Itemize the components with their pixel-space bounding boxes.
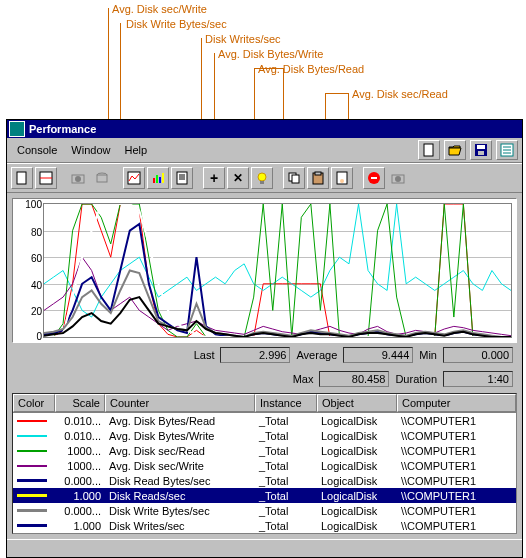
bulb-icon <box>255 171 269 185</box>
svg-rect-18 <box>159 177 161 183</box>
update-data-button[interactable] <box>387 167 409 189</box>
properties-button[interactable] <box>331 167 353 189</box>
menubar: Console Window Help <box>7 138 522 163</box>
header-counter[interactable]: Counter <box>105 394 255 412</box>
row-object: LogicalDisk <box>317 520 397 532</box>
view-report-button[interactable] <box>171 167 193 189</box>
page-icon <box>15 171 29 185</box>
highlight-button[interactable] <box>251 167 273 189</box>
series-avg-disk-sec-read <box>44 204 511 337</box>
view-chart-button[interactable] <box>123 167 145 189</box>
menu-console[interactable]: Console <box>11 142 63 158</box>
header-object[interactable]: Object <box>317 394 397 412</box>
svg-rect-8 <box>17 172 26 184</box>
series-avg-disk-bytes-read <box>44 204 511 337</box>
table-row[interactable]: 1.000Disk Writes/sec_TotalLogicalDisk\\C… <box>13 518 516 533</box>
svg-rect-29 <box>315 172 321 175</box>
row-computer: \\COMPUTER1 <box>397 505 516 517</box>
new-counter-set-button[interactable] <box>11 167 33 189</box>
average-label: Average <box>296 349 337 361</box>
view-histogram-button[interactable] <box>147 167 169 189</box>
row-scale: 1000... <box>55 460 105 472</box>
chart-icon <box>127 171 141 185</box>
last-value: 2.996 <box>220 347 290 363</box>
callout-avg-disk-sec-write: Avg. Disk sec/Write <box>112 3 207 15</box>
svg-rect-25 <box>260 181 264 184</box>
table-row[interactable]: 0.010...Avg. Disk Bytes/Write_TotalLogic… <box>13 428 516 443</box>
row-color-swatch <box>13 494 55 497</box>
table-header: Color Scale Counter Instance Object Comp… <box>13 394 516 413</box>
svg-point-35 <box>395 176 401 182</box>
window-title: Performance <box>29 123 520 135</box>
y-tick-100: 100 <box>25 199 42 210</box>
row-scale: 1000... <box>55 445 105 457</box>
open-button[interactable] <box>444 140 466 160</box>
svg-rect-19 <box>162 173 164 183</box>
row-scale: 0.000... <box>55 475 105 487</box>
table-row[interactable]: 0.010...Avg. Disk Bytes/Read_TotalLogica… <box>13 413 516 428</box>
row-instance: _Total <box>255 475 317 487</box>
graph-area: 100 80 60 40 20 0 <box>12 198 517 343</box>
header-scale[interactable]: Scale <box>55 394 105 412</box>
paste-icon <box>311 171 325 185</box>
svg-point-12 <box>75 176 81 182</box>
header-instance[interactable]: Instance <box>255 394 317 412</box>
delete-counter-button[interactable]: ✕ <box>227 167 249 189</box>
paste-counter-button[interactable] <box>307 167 329 189</box>
row-color-swatch <box>13 479 55 482</box>
y-tick-80: 80 <box>31 227 42 238</box>
row-computer: \\COMPUTER1 <box>397 460 516 472</box>
row-object: LogicalDisk <box>317 490 397 502</box>
floppy-icon <box>474 143 488 157</box>
freeze-display-button[interactable] <box>363 167 385 189</box>
table-row[interactable]: 1.000Disk Reads/sec_TotalLogicalDisk\\CO… <box>13 488 516 503</box>
duration-value: 1:40 <box>443 371 513 387</box>
header-computer[interactable]: Computer <box>397 394 516 412</box>
copy-props-button[interactable] <box>283 167 305 189</box>
row-computer: \\COMPUTER1 <box>397 475 516 487</box>
new-button[interactable] <box>418 140 440 160</box>
row-scale: 0.010... <box>55 430 105 442</box>
row-scale: 0.000... <box>55 505 105 517</box>
row-counter: Disk Read Bytes/sec <box>105 475 255 487</box>
row-object: LogicalDisk <box>317 505 397 517</box>
clear-icon <box>39 171 53 185</box>
camera-icon <box>71 171 85 185</box>
row-color-swatch <box>13 465 55 467</box>
view-log-button[interactable] <box>91 167 113 189</box>
svg-rect-14 <box>97 175 107 182</box>
table-row[interactable]: 1000...Avg. Disk sec/Read_TotalLogicalDi… <box>13 443 516 458</box>
row-instance: _Total <box>255 490 317 502</box>
menubar-props-button[interactable] <box>496 140 518 160</box>
row-computer: \\COMPUTER1 <box>397 520 516 532</box>
callout-line <box>325 93 349 94</box>
row-computer: \\COMPUTER1 <box>397 415 516 427</box>
svg-rect-3 <box>478 151 484 155</box>
menu-window[interactable]: Window <box>65 142 116 158</box>
svg-rect-27 <box>292 175 299 183</box>
max-label: Max <box>293 373 314 385</box>
table-row[interactable]: 0.000...Disk Read Bytes/sec_TotalLogical… <box>13 473 516 488</box>
titlebar[interactable]: Performance <box>7 120 522 138</box>
open-folder-icon <box>448 143 462 157</box>
svg-rect-2 <box>477 145 485 149</box>
row-object: LogicalDisk <box>317 475 397 487</box>
stop-icon <box>367 171 381 185</box>
row-color-swatch <box>13 450 55 452</box>
table-row[interactable]: 1000...Avg. Disk sec/Write_TotalLogicalD… <box>13 458 516 473</box>
add-counter-button[interactable]: + <box>203 167 225 189</box>
svg-rect-0 <box>424 144 433 156</box>
row-instance: _Total <box>255 505 317 517</box>
save-button[interactable] <box>470 140 492 160</box>
duration-label: Duration <box>395 373 437 385</box>
row-counter: Disk Reads/sec <box>105 490 255 502</box>
average-value: 9.444 <box>343 347 413 363</box>
clear-display-button[interactable] <box>35 167 57 189</box>
menu-help[interactable]: Help <box>118 142 153 158</box>
row-computer: \\COMPUTER1 <box>397 445 516 457</box>
header-color[interactable]: Color <box>13 394 55 412</box>
table-row[interactable]: 0.000...Disk Write Bytes/sec_TotalLogica… <box>13 503 516 518</box>
row-object: LogicalDisk <box>317 445 397 457</box>
view-current-button[interactable] <box>67 167 89 189</box>
callout-avg-disk-bytes-read: Avg. Disk Bytes/Read <box>258 63 364 75</box>
